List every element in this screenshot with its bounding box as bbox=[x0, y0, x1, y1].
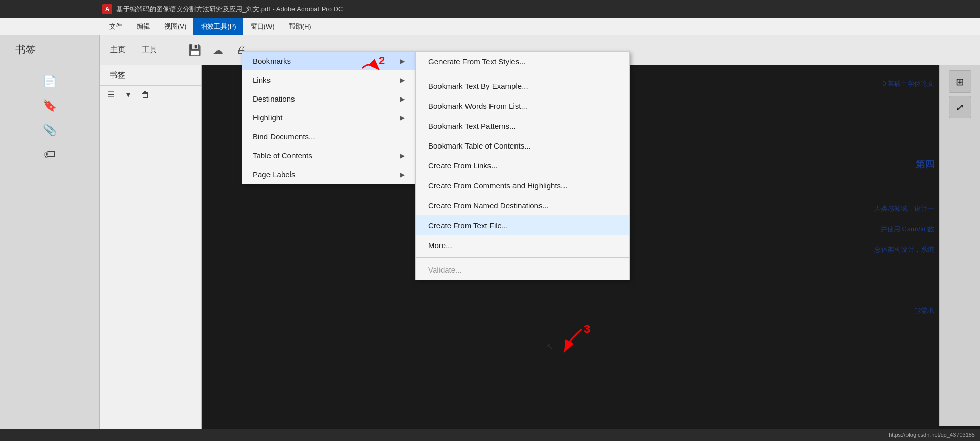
sidebar-bookmark-icon[interactable]: 🔖 bbox=[40, 96, 59, 115]
toolbar-tabs: 主页 工具 bbox=[102, 42, 165, 58]
submenu-create-comments[interactable]: Create From Comments and Highlights... bbox=[416, 176, 629, 195]
page-content-snippet-1: 0 某硕士学位论文 bbox=[882, 79, 934, 88]
window-title: 基于编解码的图像语义分割方法研究及应用_刘文.pdf - Adobe Acrob… bbox=[116, 5, 343, 14]
upload-icon[interactable]: ☁ bbox=[209, 41, 227, 59]
submenu-divider-2 bbox=[416, 257, 629, 258]
submenu-bm-patterns[interactable]: Bookmark Text Patterns... bbox=[416, 116, 629, 136]
submenu-bm-toc[interactable]: Bookmark Table of Contents... bbox=[416, 136, 629, 156]
submenu-divider-1 bbox=[416, 74, 629, 74]
bookmarks-header-label: 书签 bbox=[100, 65, 201, 86]
annotation-3: 3 bbox=[561, 327, 592, 356]
destinations-arrow: ▶ bbox=[400, 95, 405, 103]
right-panel-icon-1[interactable]: ⊞ bbox=[949, 70, 971, 93]
bm-delete-icon[interactable]: 🗑 bbox=[138, 88, 153, 102]
submenu-validate[interactable]: Validate... bbox=[416, 260, 629, 280]
primary-dropdown-menu: Bookmarks ▶ Links ▶ Destinations ▶ Highl… bbox=[242, 51, 415, 184]
submenu-create-text[interactable]: Create From Text File... bbox=[416, 215, 629, 235]
page-content-snippet-3: 人类感知域，设计一 bbox=[874, 204, 934, 213]
menu-file[interactable]: 文件 bbox=[102, 18, 130, 35]
menu-item-bind[interactable]: Bind Documents... bbox=[242, 127, 415, 146]
menu-edit[interactable]: 编辑 bbox=[130, 18, 157, 35]
mouse-cursor: ↖ bbox=[546, 341, 554, 352]
sidebar-page-icon[interactable]: 📄 bbox=[40, 71, 59, 91]
right-panel-icon-2[interactable]: ⤢ bbox=[949, 96, 971, 118]
sidebar-icon-list: 📄 🔖 📎 🏷 bbox=[0, 65, 99, 164]
status-url: https://blog.csdn.net/qq_43703185 bbox=[889, 432, 975, 438]
sidebar-tag-icon[interactable]: 🏷 bbox=[40, 145, 59, 164]
app-icon: A bbox=[102, 4, 112, 14]
sidebar-paperclip-icon[interactable]: 📎 bbox=[40, 120, 59, 140]
tab-home[interactable]: 主页 bbox=[102, 42, 134, 58]
menu-bar: 文件 编辑 视图(V) 增效工具(P) 窗口(W) 帮助(H) bbox=[0, 18, 980, 35]
secondary-dropdown-menu: Generate From Text Styles... Bookmark Te… bbox=[415, 51, 630, 280]
submenu-more[interactable]: More... bbox=[416, 235, 629, 255]
menu-plugins[interactable]: 增效工具(P) bbox=[193, 18, 243, 35]
page-content-snippet-5: 总体架构设计，系统 bbox=[874, 245, 934, 254]
right-panel: ⊞ ⤢ bbox=[939, 65, 980, 426]
submenu-bm-by-example[interactable]: Bookmark Text By Example... bbox=[416, 76, 629, 96]
toolbar-icons: 💾 ☁ 🖨 bbox=[186, 41, 250, 59]
sidebar: 书签 📄 🔖 📎 🏷 bbox=[0, 35, 100, 441]
bookmarks-toolbar: ☰ ▾ 🗑 bbox=[100, 86, 201, 104]
page-content-snippet-4: ，并使用 CamVid 数 bbox=[874, 225, 934, 234]
save-icon[interactable]: 💾 bbox=[186, 41, 203, 59]
menu-item-links[interactable]: Links ▶ bbox=[242, 70, 415, 89]
submenu-bm-words[interactable]: Bookmark Words From List... bbox=[416, 96, 629, 116]
links-arrow: ▶ bbox=[400, 77, 405, 84]
menu-item-pagelabels[interactable]: Page Labels ▶ bbox=[242, 165, 415, 184]
bm-dropdown-icon[interactable]: ▾ bbox=[121, 88, 135, 102]
tab-tools[interactable]: 工具 bbox=[134, 42, 165, 58]
status-bar: https://blog.csdn.net/qq_43703185 bbox=[0, 429, 980, 441]
menu-item-highlight[interactable]: Highlight ▶ bbox=[242, 108, 415, 127]
toc-arrow: ▶ bbox=[400, 152, 405, 159]
title-bar: A 基于编解码的图像语义分割方法研究及应用_刘文.pdf - Adobe Acr… bbox=[0, 0, 980, 18]
bookmarks-arrow: ▶ bbox=[400, 58, 405, 65]
pagelabels-arrow: ▶ bbox=[400, 171, 405, 178]
submenu-create-named[interactable]: Create From Named Destinations... bbox=[416, 195, 629, 215]
page-content-snippet-2: 第四 bbox=[916, 158, 934, 170]
submenu-create-links[interactable]: Create From Links... bbox=[416, 156, 629, 176]
menu-help[interactable]: 帮助(H) bbox=[282, 18, 318, 35]
sidebar-title: 书签 bbox=[0, 35, 99, 65]
menu-view[interactable]: 视图(V) bbox=[157, 18, 193, 35]
page-content-snippet-6: 能需求 bbox=[914, 306, 934, 315]
submenu-gen-text-styles[interactable]: Generate From Text Styles... bbox=[416, 52, 629, 71]
menu-item-toc[interactable]: Table of Contents ▶ bbox=[242, 146, 415, 165]
bookmarks-panel: 书签 ☰ ▾ 🗑 bbox=[100, 65, 202, 441]
menu-window[interactable]: 窗口(W) bbox=[243, 18, 282, 35]
menu-item-bookmarks[interactable]: Bookmarks ▶ bbox=[242, 52, 415, 70]
menu-item-destinations[interactable]: Destinations ▶ bbox=[242, 89, 415, 108]
bm-list-icon[interactable]: ☰ bbox=[104, 88, 118, 102]
highlight-arrow: ▶ bbox=[400, 114, 405, 121]
